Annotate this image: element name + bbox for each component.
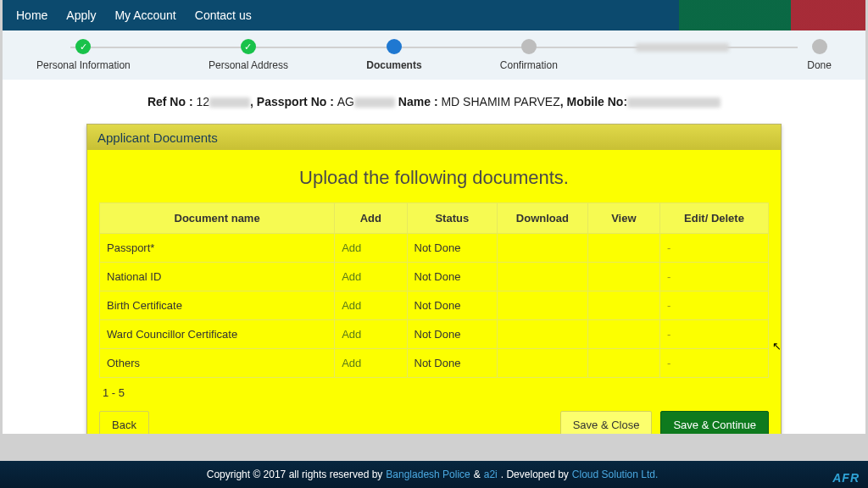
top-nav: Home Apply My Account Contact us: [3, 0, 865, 30]
add-link[interactable]: Add: [342, 328, 361, 341]
back-button[interactable]: Back: [99, 411, 149, 434]
cell-status: Not Done: [407, 291, 498, 320]
cell-status: Not Done: [407, 320, 498, 349]
nav-my-account[interactable]: My Account: [114, 8, 175, 22]
cell-document-name: Birth Certificate: [100, 291, 335, 320]
step-done[interactable]: Done: [807, 39, 832, 71]
save-continue-button[interactable]: Save & Continue: [660, 411, 769, 434]
cell-download: [498, 291, 588, 320]
stepper: ✓ Personal Information ✓ Personal Addres…: [3, 30, 865, 80]
page: Home Apply My Account Contact us ✓ Perso…: [3, 0, 865, 434]
th-add: Add: [335, 203, 407, 234]
cell-document-name: Others: [100, 349, 335, 378]
ref-no-label: Ref No :: [147, 95, 197, 108]
circle-icon: [812, 39, 827, 54]
cell-view: [587, 263, 659, 291]
footer-logo: AFR: [832, 471, 860, 485]
passport-no-blur: [354, 97, 395, 108]
cell-download: [498, 320, 588, 349]
nav-apply[interactable]: Apply: [66, 8, 96, 22]
footer-link-police[interactable]: Bangladesh Police: [386, 469, 470, 480]
step-confirmation[interactable]: Confirmation: [500, 39, 558, 71]
panel-body: Upload the following documents. Document…: [87, 150, 781, 434]
blurred-label: [636, 43, 729, 52]
name-label: Name :: [395, 95, 441, 108]
step-label: Personal Information: [36, 59, 131, 71]
mobile-no-label: , Mobile No:: [560, 95, 627, 108]
cell-add: Add: [335, 291, 407, 320]
ref-no-value: 12: [196, 95, 209, 108]
documents-table: Document name Add Status Download View E…: [99, 202, 769, 378]
circle-icon: [521, 39, 537, 54]
step-documents[interactable]: Documents: [366, 39, 421, 71]
add-link[interactable]: Add: [342, 241, 361, 254]
button-row: Back Save & Close Save & Continue: [99, 411, 769, 434]
cell-document-name: Passport*: [100, 234, 335, 263]
nav-contact-us[interactable]: Contact us: [195, 8, 252, 22]
check-icon: ✓: [241, 39, 256, 54]
cell-document-name: Ward Councillor Certificate: [100, 320, 335, 349]
th-download: Download: [498, 203, 588, 234]
th-status: Status: [407, 203, 498, 234]
nav-home[interactable]: Home: [16, 8, 47, 22]
cell-add: Add: [335, 263, 407, 291]
cell-download: [498, 263, 588, 291]
step-label: Confirmation: [500, 59, 558, 71]
row-count: 1 - 5: [99, 386, 769, 399]
table-row: Ward Councillor CertificateAddNot Done-: [100, 320, 769, 349]
table-row: OthersAddNot Done-: [100, 349, 769, 378]
cell-edit-delete: -: [660, 263, 769, 291]
footer: Copyright © 2017 all rights reserved by …: [0, 461, 868, 488]
mobile-no-blur: [627, 97, 721, 108]
passport-no-value: AG: [337, 95, 354, 108]
add-link[interactable]: Add: [342, 270, 361, 283]
footer-link-a2i[interactable]: a2i: [484, 469, 498, 480]
cell-view: [587, 291, 659, 320]
step-hidden: [636, 43, 729, 67]
table-row: Passport*AddNot Done-: [100, 234, 769, 263]
step-personal-address[interactable]: ✓ Personal Address: [209, 39, 288, 71]
step-label: Documents: [366, 59, 421, 71]
applicant-documents-panel: Applicant Documents Upload the following…: [86, 124, 782, 434]
flag-decoration: [679, 0, 865, 30]
th-view: View: [587, 203, 659, 234]
cell-status: Not Done: [407, 234, 498, 263]
table-header-row: Document name Add Status Download View E…: [100, 203, 769, 234]
cell-download: [498, 349, 588, 378]
cell-add: Add: [335, 320, 407, 349]
footer-amp: &: [474, 469, 481, 480]
step-label: Personal Address: [209, 59, 288, 71]
step-label: Done: [807, 59, 832, 71]
ref-no-blur: [209, 97, 250, 108]
reference-line: Ref No : 12, Passport No : AG Name : MD …: [3, 95, 865, 108]
step-personal-information[interactable]: ✓ Personal Information: [36, 39, 131, 71]
check-icon: ✓: [75, 39, 91, 54]
circle-icon: [387, 39, 402, 54]
cell-add: Add: [335, 234, 407, 263]
footer-link-cloud[interactable]: Cloud Solution Ltd.: [572, 469, 658, 480]
footer-dev: . Developed by: [501, 469, 569, 480]
cell-edit-delete: -: [660, 291, 769, 320]
table-row: Birth CertificateAddNot Done-: [100, 291, 769, 320]
upload-title: Upload the following documents.: [99, 167, 769, 189]
add-link[interactable]: Add: [342, 299, 361, 312]
cell-download: [498, 234, 588, 263]
cell-document-name: National ID: [100, 263, 335, 291]
footer-copy: Copyright © 2017 all rights reserved by: [207, 469, 383, 480]
cell-view: [587, 349, 659, 378]
cell-add: Add: [335, 349, 407, 378]
name-value: MD SHAMIM PARVEZ: [441, 95, 559, 108]
panel-title: Applicant Documents: [87, 125, 781, 150]
cell-edit-delete: -: [660, 349, 769, 378]
cell-view: [587, 320, 659, 349]
save-close-button[interactable]: Save & Close: [560, 411, 653, 434]
table-row: National IDAddNot Done-: [100, 263, 769, 291]
add-link[interactable]: Add: [342, 357, 361, 369]
cell-edit-delete: -: [660, 234, 769, 263]
cell-view: [587, 234, 659, 263]
passport-no-label: , Passport No :: [250, 95, 337, 108]
th-edit-delete: Edit/ Delete: [660, 203, 769, 234]
cell-status: Not Done: [407, 349, 498, 378]
cell-status: Not Done: [407, 263, 498, 291]
th-document-name: Document name: [100, 203, 335, 234]
